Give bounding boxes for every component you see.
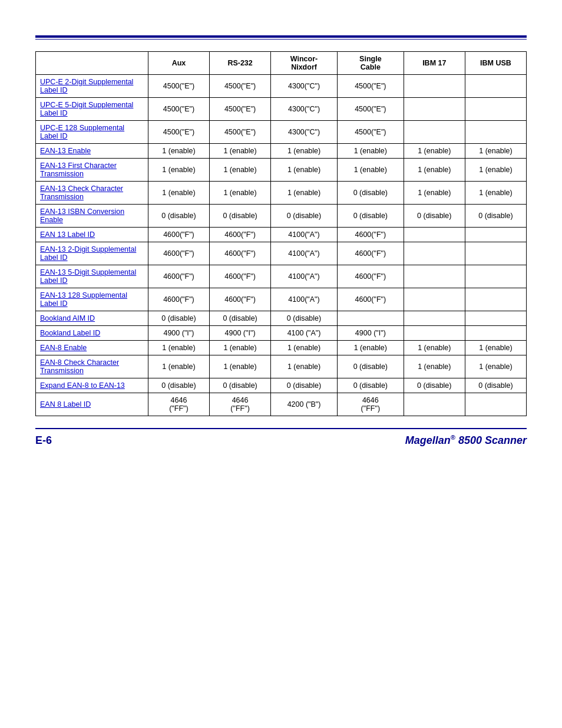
cell-wincor: 0 (disable)	[271, 205, 338, 228]
cell-wincor: 4100("A")	[271, 228, 338, 242]
table-row: UPC-E 5-Digit Supplemental Label ID4500(…	[36, 98, 527, 121]
cell-single: 0 (disable)	[337, 378, 404, 393]
table-row: EAN-13 2-Digit Supplemental Label ID4600…	[36, 242, 527, 265]
cell-single: 4646("FF")	[337, 393, 404, 416]
cell-rs232: 4500("E")	[210, 121, 271, 144]
feature-cell[interactable]: UPC-E 5-Digit Supplemental Label ID	[36, 98, 148, 121]
cell-single: 0 (disable)	[337, 205, 404, 228]
cell-wincor: 1 (enable)	[271, 182, 338, 205]
cell-ibmusb: 1 (enable)	[465, 144, 526, 159]
table-row: EAN-13 5-Digit Supplemental Label ID4600…	[36, 265, 527, 288]
cell-single: 4900 ("I")	[337, 326, 404, 341]
table-row: EAN-13 128 Supplemental Label ID4600("F"…	[36, 288, 527, 311]
feature-cell[interactable]: UPC-E 2-Digit Supplemental Label ID	[36, 75, 148, 98]
cell-single: 1 (enable)	[337, 144, 404, 159]
footer-title: Magellan® 8500 Scanner	[405, 434, 527, 447]
cell-rs232: 4600("F")	[210, 228, 271, 242]
cell-single: 4500("E")	[337, 121, 404, 144]
footer-page: E-6	[35, 434, 52, 447]
cell-rs232: 4646("FF")	[210, 393, 271, 416]
footer: E-6 Magellan® 8500 Scanner	[35, 434, 527, 447]
feature-cell[interactable]: EAN-13 ISBN Conversion Enable	[36, 205, 148, 228]
table-row: EAN 8 Label ID4646("FF")4646("FF")4200 (…	[36, 393, 527, 416]
cell-ibm17: 1 (enable)	[404, 182, 465, 205]
cell-ibmusb: 1 (enable)	[465, 355, 526, 378]
cell-single: 4600("F")	[337, 288, 404, 311]
cell-ibm17	[404, 121, 465, 144]
table-row: Bookland AIM ID0 (disable)0 (disable)0 (…	[36, 311, 527, 326]
feature-cell[interactable]: EAN-13 Check Character Transmission	[36, 182, 148, 205]
cell-wincor: 1 (enable)	[271, 355, 338, 378]
cell-ibm17: 1 (enable)	[404, 144, 465, 159]
feature-cell[interactable]: Bookland AIM ID	[36, 311, 148, 326]
feature-cell[interactable]: EAN-13 128 Supplemental Label ID	[36, 288, 148, 311]
cell-ibm17	[404, 311, 465, 326]
cell-wincor: 0 (disable)	[271, 378, 338, 393]
table-row: EAN-13 First Character Transmission1 (en…	[36, 159, 527, 182]
feature-cell[interactable]: EAN-13 2-Digit Supplemental Label ID	[36, 242, 148, 265]
table-row: Bookland Label ID4900 ("I")4900 ("I")410…	[36, 326, 527, 341]
cell-single: 0 (disable)	[337, 355, 404, 378]
cell-rs232: 1 (enable)	[210, 144, 271, 159]
feature-cell[interactable]: EAN-13 5-Digit Supplemental Label ID	[36, 265, 148, 288]
header-row: Aux RS-232 Wincor- Nixdorf Single Cable …	[36, 52, 527, 75]
cell-aux: 4600("F")	[148, 242, 209, 265]
feature-cell[interactable]: EAN-13 First Character Transmission	[36, 159, 148, 182]
cell-wincor: 4100 ("A")	[271, 326, 338, 341]
cell-single: 4600("F")	[337, 242, 404, 265]
cell-rs232: 1 (enable)	[210, 341, 271, 355]
col-header-single: Single Cable	[337, 52, 404, 75]
cell-ibm17	[404, 288, 465, 311]
feature-cell[interactable]: EAN 13 Label ID	[36, 228, 148, 242]
cell-rs232: 1 (enable)	[210, 159, 271, 182]
cell-ibmusb	[465, 242, 526, 265]
cell-aux: 4500("E")	[148, 121, 209, 144]
cell-ibmusb	[465, 311, 526, 326]
feature-cell[interactable]: UPC-E 128 Supplemental Label ID	[36, 121, 148, 144]
feature-cell[interactable]: EAN 8 Label ID	[36, 393, 148, 416]
top-rule2	[35, 39, 527, 39]
cell-ibm17	[404, 242, 465, 265]
cell-single: 4600("F")	[337, 228, 404, 242]
cell-wincor: 0 (disable)	[271, 311, 338, 326]
table-row: Expand EAN-8 to EAN-130 (disable)0 (disa…	[36, 378, 527, 393]
feature-cell[interactable]: EAN-8 Check Character Transmission	[36, 355, 148, 378]
cell-aux: 4900 ("I")	[148, 326, 209, 341]
col-header-ibmusb: IBM USB	[465, 52, 526, 75]
table-row: EAN-13 Enable1 (enable)1 (enable)1 (enab…	[36, 144, 527, 159]
cell-ibmusb	[465, 75, 526, 98]
cell-rs232: 4500("E")	[210, 98, 271, 121]
cell-rs232: 4900 ("I")	[210, 326, 271, 341]
cell-aux: 4500("E")	[148, 98, 209, 121]
cell-ibmusb: 1 (enable)	[465, 341, 526, 355]
cell-ibm17	[404, 265, 465, 288]
top-rule	[35, 35, 527, 38]
feature-cell[interactable]: EAN-13 Enable	[36, 144, 148, 159]
cell-ibmusb	[465, 288, 526, 311]
cell-single: 4500("E")	[337, 75, 404, 98]
footer-rule	[35, 428, 527, 429]
cell-single: 0 (disable)	[337, 182, 404, 205]
cell-single: 4500("E")	[337, 98, 404, 121]
cell-rs232: 4600("F")	[210, 265, 271, 288]
cell-wincor: 4300("C")	[271, 98, 338, 121]
cell-aux: 4500("E")	[148, 75, 209, 98]
col-header-ibm17: IBM 17	[404, 52, 465, 75]
cell-wincor: 4300("C")	[271, 121, 338, 144]
feature-cell[interactable]: EAN-8 Enable	[36, 341, 148, 355]
cell-ibmusb: 1 (enable)	[465, 159, 526, 182]
feature-cell[interactable]: Bookland Label ID	[36, 326, 148, 341]
cell-aux: 4600("F")	[148, 228, 209, 242]
cell-wincor: 1 (enable)	[271, 341, 338, 355]
cell-rs232: 4600("F")	[210, 288, 271, 311]
cell-wincor: 4300("C")	[271, 75, 338, 98]
cell-rs232: 4600("F")	[210, 242, 271, 265]
col-header-wincor: Wincor- Nixdorf	[271, 52, 338, 75]
feature-cell[interactable]: Expand EAN-8 to EAN-13	[36, 378, 148, 393]
cell-wincor: 4100("A")	[271, 242, 338, 265]
cell-aux: 1 (enable)	[148, 341, 209, 355]
cell-ibm17: 1 (enable)	[404, 159, 465, 182]
cell-wincor: 4200 ("B")	[271, 393, 338, 416]
cell-rs232: 0 (disable)	[210, 311, 271, 326]
cell-ibm17	[404, 75, 465, 98]
